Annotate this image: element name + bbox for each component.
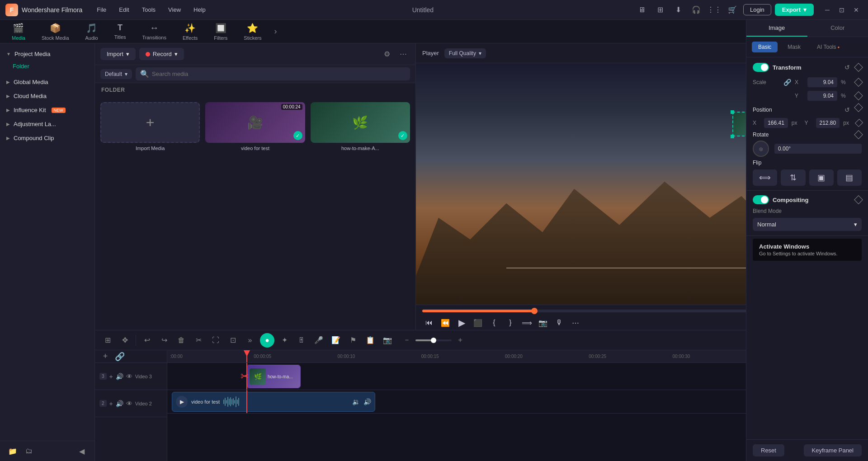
- flip-h-button[interactable]: ⟺: [753, 169, 777, 186]
- reset-button[interactable]: Reset: [753, 444, 784, 456]
- tl-delete-button[interactable]: 🗑: [174, 333, 189, 348]
- tl-magnet-icon[interactable]: ✥: [118, 333, 132, 348]
- more-icon[interactable]: ⋯: [396, 47, 410, 61]
- eye-track-icon[interactable]: 👁: [126, 373, 132, 380]
- rotate-diamond[interactable]: [854, 130, 863, 139]
- login-button[interactable]: Login: [743, 4, 771, 15]
- sidebar-folder-label[interactable]: Folder: [0, 61, 94, 71]
- tab-more-arrow[interactable]: ›: [271, 24, 279, 39]
- pos-x-value[interactable]: 166.41: [764, 118, 788, 128]
- position-diamond-icon[interactable]: [854, 103, 863, 112]
- rotate-value[interactable]: 0.00°: [774, 144, 862, 154]
- scale-y-diamond[interactable]: [854, 91, 863, 100]
- tl-track-mgr-icon[interactable]: 📋: [363, 333, 377, 348]
- tab-audio[interactable]: 🎵 Audio: [79, 20, 104, 43]
- frame-back-button[interactable]: ⏪: [439, 316, 452, 329]
- tl-redo-button[interactable]: ↪: [157, 333, 171, 348]
- tab-filters[interactable]: 🔲 Filters: [208, 20, 234, 43]
- layout-icon[interactable]: ⊞: [653, 3, 667, 17]
- screenshot-button[interactable]: 📷: [536, 316, 550, 329]
- audio-track-icon[interactable]: 🔊: [116, 373, 123, 380]
- rotate-dial[interactable]: ◎: [753, 141, 769, 157]
- sidebar-item-cloud-media[interactable]: ▶ Cloud Media: [0, 89, 94, 103]
- cart-icon[interactable]: 🛒: [725, 3, 740, 17]
- media-item-video-test[interactable]: 🎥 00:00:24 ✓ video for test: [205, 102, 305, 325]
- tl-cut-button[interactable]: ✂: [191, 333, 206, 348]
- scale-x-value[interactable]: 9.04: [807, 77, 837, 87]
- voiceover-button[interactable]: 🎙: [552, 316, 566, 329]
- mark-in-button[interactable]: {: [487, 316, 501, 329]
- transform-reset-icon[interactable]: ↺: [842, 62, 853, 73]
- vol-down-icon[interactable]: 🔉: [352, 398, 360, 405]
- sub-tab-mask[interactable]: Mask: [781, 42, 807, 52]
- link-tracks-icon[interactable]: 🔗: [114, 351, 126, 362]
- headphone-icon[interactable]: 🎧: [689, 3, 703, 17]
- tl-crop-button[interactable]: ⊡: [226, 333, 240, 348]
- sidebar-item-project-media[interactable]: ▼ Project Media: [0, 47, 94, 61]
- sidebar-item-global-media[interactable]: ▶ Global Media: [0, 75, 94, 89]
- tl-undo-button[interactable]: ↩: [140, 333, 154, 348]
- menu-file[interactable]: File: [91, 5, 112, 15]
- sidebar-item-adjustment[interactable]: ▶ Adjustment La...: [0, 117, 94, 131]
- play-button[interactable]: ▶: [455, 316, 468, 329]
- add-track2-icon[interactable]: +: [109, 400, 113, 407]
- tl-special-button[interactable]: ●: [260, 333, 274, 348]
- sidebar-item-compound-clip[interactable]: ▶ Compound Clip: [0, 131, 94, 145]
- transform-diamond-icon[interactable]: [854, 63, 863, 72]
- tab-effects[interactable]: ✨ Effects: [176, 20, 204, 43]
- export-button[interactable]: Export ▾: [775, 4, 814, 16]
- position-diamond[interactable]: [855, 119, 863, 127]
- default-select[interactable]: Default ▾: [100, 69, 132, 79]
- compositing-diamond[interactable]: [854, 195, 863, 204]
- minimize-button[interactable]: ─: [821, 4, 834, 16]
- folder-link-icon[interactable]: 🗂: [23, 445, 35, 457]
- flip-btn4[interactable]: ▤: [837, 169, 862, 186]
- tl-markers-icon[interactable]: ⚑: [346, 333, 360, 348]
- tab-image[interactable]: Image: [746, 20, 807, 37]
- maximize-button[interactable]: ⊡: [835, 4, 848, 16]
- vol-up-icon[interactable]: 🔊: [363, 398, 371, 405]
- position-reset-icon[interactable]: ↺: [842, 104, 853, 115]
- quality-select[interactable]: Full Quality ▾: [444, 48, 486, 58]
- zoom-slider[interactable]: [415, 339, 452, 341]
- record-button[interactable]: Record ▾: [139, 48, 184, 60]
- tab-titles[interactable]: T Titles: [108, 20, 132, 42]
- tl-effects-icon[interactable]: ✦: [277, 333, 292, 348]
- add-track-icon[interactable]: +: [109, 373, 113, 380]
- tab-stock-media[interactable]: 📦 Stock Media: [35, 20, 75, 43]
- menu-view[interactable]: View: [163, 5, 186, 15]
- zoom-thumb[interactable]: [431, 338, 436, 343]
- new-folder-icon[interactable]: 📁: [6, 445, 19, 457]
- skip-back-button[interactable]: ⏮: [422, 316, 436, 329]
- progress-thumb[interactable]: [531, 308, 538, 314]
- flip-btn3[interactable]: ▣: [809, 169, 834, 186]
- link-icon[interactable]: 🔗: [783, 79, 791, 86]
- sub-tab-ai-tools[interactable]: AI Tools ●: [811, 42, 846, 52]
- collapse-sidebar-icon[interactable]: ◀: [75, 445, 88, 457]
- blend-mode-select[interactable]: Normal ▾: [753, 218, 862, 231]
- clip-audio2[interactable]: ▶ video for test: [172, 392, 375, 412]
- import-media-item[interactable]: + Import Media: [100, 102, 200, 325]
- zoom-out-button[interactable]: －: [401, 334, 413, 346]
- tab-transitions[interactable]: ↔ Transitions: [136, 20, 173, 43]
- zoom-in-button[interactable]: ＋: [454, 334, 466, 346]
- download-icon[interactable]: ⬇: [671, 3, 685, 17]
- media-item-how-to-make[interactable]: 🌿 ✓ how-to-make-A...: [311, 102, 410, 325]
- playhead[interactable]: [246, 350, 247, 362]
- mark-out-button[interactable]: }: [504, 316, 517, 329]
- tl-snapshot-icon[interactable]: 📷: [380, 333, 395, 348]
- close-button[interactable]: ✕: [850, 4, 863, 16]
- tl-layout-icon[interactable]: ⊞: [100, 333, 115, 348]
- flip-v-button[interactable]: ⇅: [781, 169, 805, 186]
- clip-to-timeline-button[interactable]: ⟹: [520, 316, 533, 329]
- search-input[interactable]: [152, 71, 406, 77]
- keyframe-panel-button[interactable]: Keyframe Panel: [804, 444, 862, 456]
- tab-stickers[interactable]: ⭐ Stickers: [237, 20, 268, 43]
- compositing-toggle[interactable]: [753, 195, 769, 204]
- tl-more-button[interactable]: »: [243, 333, 257, 348]
- tab-color[interactable]: Color: [807, 20, 868, 37]
- sub-tab-basic[interactable]: Basic: [752, 42, 778, 52]
- menu-help[interactable]: Help: [188, 5, 211, 15]
- menu-edit[interactable]: Edit: [113, 5, 134, 15]
- scale-y-value[interactable]: 9.04: [807, 91, 837, 101]
